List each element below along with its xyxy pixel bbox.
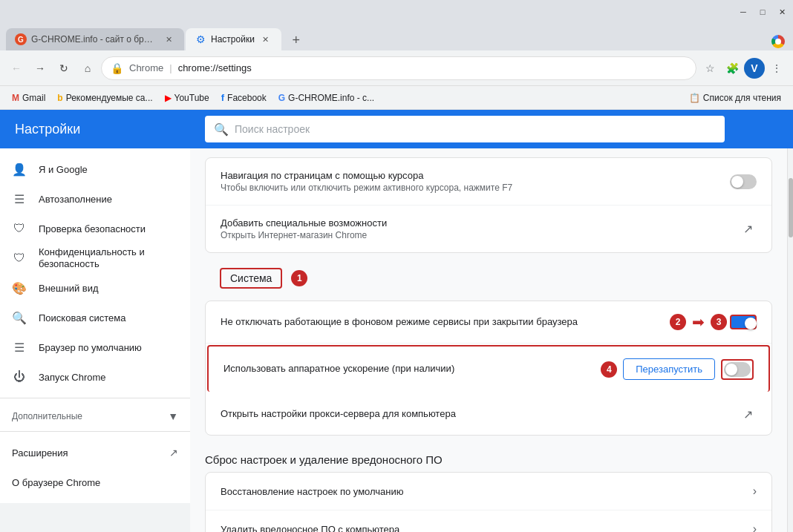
badge2-toggle-wrapper: 2 — [670, 314, 686, 330]
navigation-cursor-title: Навигация по страницам с помощью курсора — [221, 170, 730, 181]
sidebar-label-search: Поисковая система — [39, 312, 178, 324]
additional-chevron: ▼ — [168, 410, 178, 422]
bookmark-gchrome[interactable]: G G-CHROME.info - с... — [273, 90, 380, 106]
sidebar-item-appearance[interactable]: 🎨 Внешний вид — [0, 273, 190, 303]
reset-settings: Восстановление настроек по умолчанию › У… — [205, 472, 772, 532]
default-browser-icon: ☰ — [12, 340, 27, 355]
background-services-text: Не отключать работающие в фоновом режиме… — [221, 316, 670, 329]
system-settings: Не отключать работающие в фоновом режиме… — [205, 301, 772, 436]
restart-button[interactable]: Перезапустить — [623, 358, 715, 380]
restore-defaults-row[interactable]: Восстановление настроек по умолчанию › — [206, 473, 771, 510]
bookmarks-bar: M Gmail b Рекомендуемые са... ▶ YouTube … — [0, 86, 793, 110]
forward-button[interactable]: → — [30, 58, 50, 79]
sidebar-item-autofill[interactable]: ☰ Автозаполнение — [0, 184, 190, 214]
sidebar-item-security[interactable]: 🛡 Проверка безопасности — [0, 214, 190, 243]
navigation-cursor-text: Навигация по страницам с помощью курсора… — [221, 170, 730, 193]
restore-defaults-chevron: › — [753, 485, 757, 498]
chrome-icon — [769, 33, 787, 50]
badge-3: 3 — [711, 314, 727, 330]
url-bar[interactable]: 🔒 Chrome | chrome://settings — [101, 56, 696, 80]
tab-favicon-settings: ⚙ — [195, 33, 206, 45]
navigation-cursor-toggle[interactable] — [730, 174, 757, 189]
tab-gchrome[interactable]: G G-CHROME.info - сайт о браузе... ✕ — [6, 28, 184, 50]
sidebar-item-search[interactable]: 🔍 Поисковая система — [0, 303, 190, 332]
remove-malware-chevron: › — [753, 522, 757, 532]
tab-bar: G G-CHROME.info - сайт о браузе... ✕ ⚙ Н… — [0, 24, 793, 50]
url-prefix: Chrome — [129, 62, 163, 73]
proxy-title: Открыть настройки прокси-сервера для ком… — [221, 408, 739, 419]
sidebar: 👤 Я и Google ☰ Автозаполнение 🛡 Проверка… — [0, 148, 190, 503]
bookmarks-right: 📋 Список для чтения — [683, 90, 787, 106]
restore-defaults-text: Восстановление настроек по умолчанию — [221, 486, 753, 497]
scrollbar[interactable] — [787, 148, 793, 532]
menu-button[interactable]: ⋮ — [766, 58, 787, 79]
reading-list-label: Список для чтения — [703, 93, 781, 103]
tab-favicon-gchrome: G — [15, 33, 27, 45]
remove-malware-text: Удалить вредоносное ПО с компьютера — [221, 524, 753, 533]
extensions-external-icon: ↗ — [169, 447, 178, 459]
bookmark-recommended-label: Рекомендуемые са... — [66, 93, 153, 103]
home-button[interactable]: ⌂ — [77, 58, 98, 79]
refresh-button[interactable]: ↻ — [53, 58, 74, 79]
tab-title-settings: Настройки — [211, 34, 255, 45]
proxy-external-icon[interactable]: ↗ — [739, 405, 757, 423]
bookmark-gmail[interactable]: M Gmail — [6, 90, 51, 106]
tab-close-gchrome[interactable]: ✕ — [162, 33, 175, 46]
minimize-button[interactable]: ─ — [738, 7, 748, 17]
reading-list-button[interactable]: 📋 Список для чтения — [683, 90, 787, 106]
sidebar-title: Настройки — [15, 122, 80, 137]
remove-malware-row[interactable]: Удалить вредоносное ПО с компьютера › — [206, 510, 771, 532]
bookmark-facebook[interactable]: f Facebook — [215, 89, 273, 106]
background-services-row: Не отключать работающие в фоновом режиме… — [206, 301, 771, 344]
bookmark-youtube[interactable]: ▶ YouTube — [159, 90, 215, 106]
gchrome-favicon: G — [278, 93, 285, 103]
maximize-button[interactable]: □ — [757, 7, 768, 17]
navigation-cursor-desc: Чтобы включить или отключить режим актив… — [221, 183, 730, 193]
sidebar-header: Настройки — [0, 110, 190, 148]
sidebar-item-privacy[interactable]: 🛡 Конфиденциальность и безопасность — [0, 243, 190, 273]
background-services-toggle[interactable] — [730, 315, 757, 329]
sidebar-item-launch-chrome[interactable]: ⏻ Запуск Chrome — [0, 362, 190, 392]
sidebar-label-default-browser: Браузер по умолчанию — [39, 342, 178, 353]
search-sidebar-icon: 🔍 — [12, 310, 27, 325]
sidebar-item-about[interactable]: О браузере Chrome — [0, 467, 190, 497]
profile-icon[interactable]: V — [744, 58, 765, 79]
background-controls: 2 ➡ 3 — [670, 313, 757, 331]
hw-accel-toggle-wrapper — [721, 359, 754, 380]
sidebar-label-extensions: Расширения — [12, 447, 157, 459]
recommended-favicon: b — [57, 93, 62, 103]
bookmark-star-button[interactable]: ☆ — [699, 58, 720, 79]
accessibility-row: Добавить специальные возможности Открыть… — [206, 206, 771, 252]
address-actions: ☆ 🧩 V ⋮ — [699, 58, 787, 79]
settings-content: Навигация по страницам с помощью курсора… — [190, 157, 787, 532]
accessibility-external-icon[interactable]: ↗ — [739, 220, 757, 238]
youtube-favicon: ▶ — [165, 93, 172, 103]
badge-4: 4 — [601, 361, 617, 378]
hw-accel-title: Использовать аппаратное ускорение (при н… — [223, 363, 601, 374]
search-placeholder: Поиск настроек — [235, 123, 310, 135]
extensions-button[interactable]: 🧩 — [722, 58, 743, 79]
navigation-cursor-row: Навигация по страницам с помощью курсора… — [206, 158, 771, 206]
bookmark-youtube-label: YouTube — [174, 93, 209, 103]
new-tab-button[interactable]: + — [286, 30, 307, 50]
tab-settings[interactable]: ⚙ Настройки ✕ — [186, 28, 281, 50]
back-button[interactable]: ← — [6, 58, 27, 79]
hw-accel-toggle[interactable] — [724, 362, 751, 377]
sidebar-item-me-google[interactable]: 👤 Я и Google — [0, 154, 190, 184]
system-label-text: Система — [230, 272, 272, 284]
scrollbar-thumb[interactable] — [789, 178, 793, 237]
sidebar-label-autofill: Автозаполнение — [39, 194, 178, 205]
tab-title-gchrome: G-CHROME.info - сайт о браузе... — [31, 34, 157, 45]
sidebar-item-extensions[interactable]: Расширения ↗ — [0, 438, 190, 467]
bookmark-recommended[interactable]: b Рекомендуемые са... — [51, 90, 158, 106]
window-controls[interactable]: ─ □ ✕ — [738, 7, 787, 17]
system-label-row: Система 1 — [205, 262, 772, 295]
sidebar-additional-section[interactable]: Дополнительные ▼ — [0, 404, 190, 425]
tab-close-settings[interactable]: ✕ — [259, 33, 273, 46]
bookmark-facebook-label: Facebook — [227, 93, 267, 103]
close-button[interactable]: ✕ — [777, 7, 787, 17]
content-wrapper: 🔍 Поиск настроек Навигация по страницам … — [190, 110, 793, 532]
search-box[interactable]: 🔍 Поиск настроек — [205, 116, 725, 142]
reset-section-title: Сброс настроек и удаление вредоносного П… — [205, 447, 772, 472]
sidebar-item-default-browser[interactable]: ☰ Браузер по умолчанию — [0, 332, 190, 362]
